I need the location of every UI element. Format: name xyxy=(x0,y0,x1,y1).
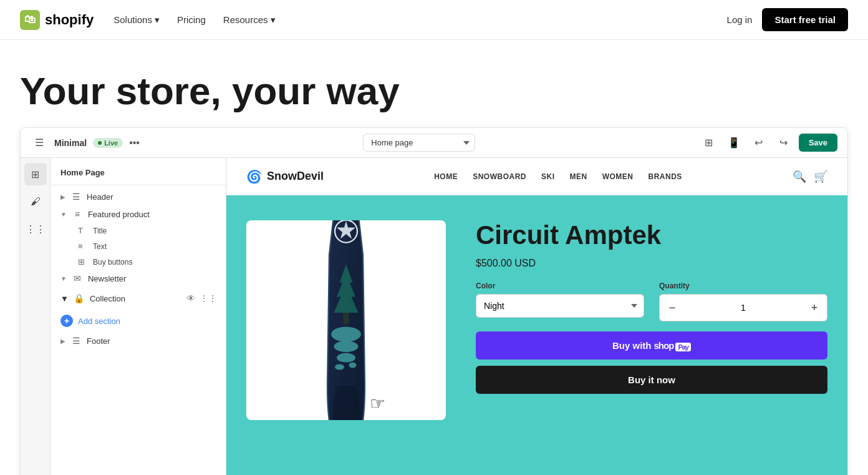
text-label: Text xyxy=(93,242,107,251)
toolbar-left: ☰ Minimal Live ••• xyxy=(31,134,140,152)
featured-section-icon: ≡ xyxy=(72,209,83,219)
buy-shoppay-label: Buy with xyxy=(612,340,652,351)
shopify-logo[interactable]: 🛍 shopify xyxy=(20,10,94,30)
grid-view-button[interactable]: ⊞ xyxy=(699,133,719,153)
editor-frame: ☰ Minimal Live ••• Home page ⊞ 📱 ↩ xyxy=(20,127,848,475)
quantity-increase-button[interactable]: + xyxy=(802,295,827,321)
undo-button[interactable]: ↩ xyxy=(749,133,769,153)
sidebar-item-collection[interactable]: ▼ 🔒 Collection 👁 ⋮⋮ xyxy=(51,287,226,310)
logo-text: shopify xyxy=(45,12,94,28)
store-logo-icon: 🌀 xyxy=(246,169,262,184)
quantity-label: Quantity xyxy=(659,282,827,290)
redo-button[interactable]: ↪ xyxy=(774,133,794,153)
nav-links: Solutions ▾ Pricing Resources ▾ xyxy=(113,14,275,26)
sidebar-toggle-button[interactable]: ☰ xyxy=(31,134,48,152)
sidebar-header: Home Page xyxy=(51,163,226,185)
svg-point-9 xyxy=(335,365,344,370)
footer-label: Footer xyxy=(87,336,110,346)
product-image xyxy=(309,220,383,420)
color-option-group: Color Night xyxy=(476,282,644,321)
text-icon: ≡ xyxy=(78,242,88,251)
title-label: Title xyxy=(93,227,107,235)
footer-section-icon: ☰ xyxy=(70,336,82,346)
shoppay-logo: shopPay xyxy=(654,340,691,351)
quantity-decrease-button[interactable]: − xyxy=(660,295,685,321)
buy-now-button[interactable]: Buy it now xyxy=(476,366,827,394)
svg-point-10 xyxy=(349,363,357,368)
newsletter-label: Newsletter xyxy=(88,274,126,283)
mobile-icon: 📱 xyxy=(728,137,740,149)
search-icon: 🔍 xyxy=(793,170,806,183)
toolbar-right: ⊞ 📱 ↩ ↪ Save xyxy=(699,133,837,153)
resources-link[interactable]: Resources ▾ xyxy=(223,14,276,26)
product-price: $500.00 USD xyxy=(476,258,827,269)
brush-icon-button[interactable]: 🖌 xyxy=(24,190,47,213)
product-title: Circuit Amptek xyxy=(476,220,827,250)
sidebar-subitem-text[interactable]: ≡ Text xyxy=(51,238,226,254)
undo-icon: ↩ xyxy=(755,137,763,149)
store-nav-ski[interactable]: SKI xyxy=(541,172,555,181)
sidebar-subitem-buy-buttons[interactable]: ⊞ Buy buttons xyxy=(51,254,226,270)
pricing-link[interactable]: Pricing xyxy=(177,14,206,26)
store-nav-snowboard[interactable]: SNOWBOARD xyxy=(473,172,526,181)
collection-drag-button[interactable]: ⋮⋮ xyxy=(201,291,216,306)
live-dot xyxy=(98,141,102,145)
page-selector[interactable]: Home page xyxy=(363,134,475,152)
color-select[interactable]: Night xyxy=(476,294,644,318)
hero-title: Your store, your way xyxy=(20,70,848,112)
sidebar-subitem-title[interactable]: T Title xyxy=(51,223,226,238)
product-image-box xyxy=(246,220,446,420)
main-nav: 🛍 shopify Solutions ▾ Pricing Resources … xyxy=(0,0,868,40)
eye-icon: 👁 xyxy=(186,293,195,303)
store-cart-button[interactable]: 🛒 xyxy=(814,170,827,184)
login-button[interactable]: Log in xyxy=(727,14,753,25)
buy-buttons-icon: ⊞ xyxy=(78,257,88,267)
sidebar-item-featured-product[interactable]: ▼ ≡ Featured product xyxy=(51,205,226,223)
collection-actions: 👁 ⋮⋮ xyxy=(183,291,216,306)
quantity-input[interactable] xyxy=(685,303,802,313)
sidebar-item-footer[interactable]: ▶ ☰ Footer xyxy=(51,332,226,350)
add-section-plus-icon: + xyxy=(60,315,73,327)
add-section-row[interactable]: + Add section xyxy=(51,310,226,332)
collection-arrow-icon: ▼ xyxy=(60,294,69,303)
featured-arrow-icon: ▼ xyxy=(60,211,67,218)
more-options-button[interactable]: ••• xyxy=(129,137,140,149)
quantity-option-group: Quantity − + xyxy=(659,282,827,321)
featured-product-label: Featured product xyxy=(88,210,150,219)
editor-toolbar: ☰ Minimal Live ••• Home page ⊞ 📱 ↩ xyxy=(21,128,847,158)
store-nav-brands[interactable]: BRANDS xyxy=(649,172,682,181)
newsletter-arrow-icon: ▼ xyxy=(60,275,67,282)
store-nav-home[interactable]: HOME xyxy=(434,172,458,181)
editor-sidebar: ⊞ 🖌 ⋮⋮ Home Page ▶ ☰ Header xyxy=(21,158,226,475)
store-logo: 🌀 SnowDevil xyxy=(246,169,324,184)
svg-point-6 xyxy=(331,327,361,342)
mobile-view-button[interactable]: 📱 xyxy=(724,133,744,153)
sections-icon-button[interactable]: ⊞ xyxy=(24,163,47,185)
collection-label: Collection xyxy=(90,294,125,303)
sidebar-item-newsletter[interactable]: ▼ ✉ Newsletter xyxy=(51,270,226,287)
buy-shoppay-button[interactable]: Buy with shopPay xyxy=(476,331,827,360)
shopify-logo-icon: 🛍 xyxy=(20,10,40,30)
sidebar-content: Home Page ▶ ☰ Header ▼ ≡ Featured produc… xyxy=(51,158,226,475)
trial-button[interactable]: Start free trial xyxy=(762,8,848,31)
editor-preview: 🌀 SnowDevil HOME SNOWBOARD SKI MEN WOMEN… xyxy=(226,158,847,475)
apps-icon-button[interactable]: ⋮⋮ xyxy=(24,218,47,240)
store-nav-men[interactable]: MEN xyxy=(570,172,587,181)
collection-visibility-button[interactable]: 👁 xyxy=(183,291,198,306)
quantity-control: − + xyxy=(659,294,827,321)
store-search-button[interactable]: 🔍 xyxy=(793,170,806,184)
store-nav-links: HOME SNOWBOARD SKI MEN WOMEN BRANDS xyxy=(434,172,682,181)
sidebar-item-header[interactable]: ▶ ☰ Header xyxy=(51,188,226,205)
drag-icon: ⋮⋮ xyxy=(200,293,217,303)
nav-right: Log in Start free trial xyxy=(727,8,848,31)
buy-buttons-label: Buy buttons xyxy=(93,258,132,267)
toolbar-center: Home page xyxy=(140,134,699,152)
footer-arrow-icon: ▶ xyxy=(60,338,65,345)
sections-icon: ⊞ xyxy=(31,169,39,180)
hero-section: Your store, your way xyxy=(0,40,868,127)
solutions-link[interactable]: Solutions ▾ xyxy=(113,14,160,26)
product-options: Color Night Quantity − + xyxy=(476,282,827,321)
save-button[interactable]: Save xyxy=(799,134,837,152)
store-nav-women[interactable]: WOMEN xyxy=(602,172,634,181)
header-label: Header xyxy=(87,192,113,202)
